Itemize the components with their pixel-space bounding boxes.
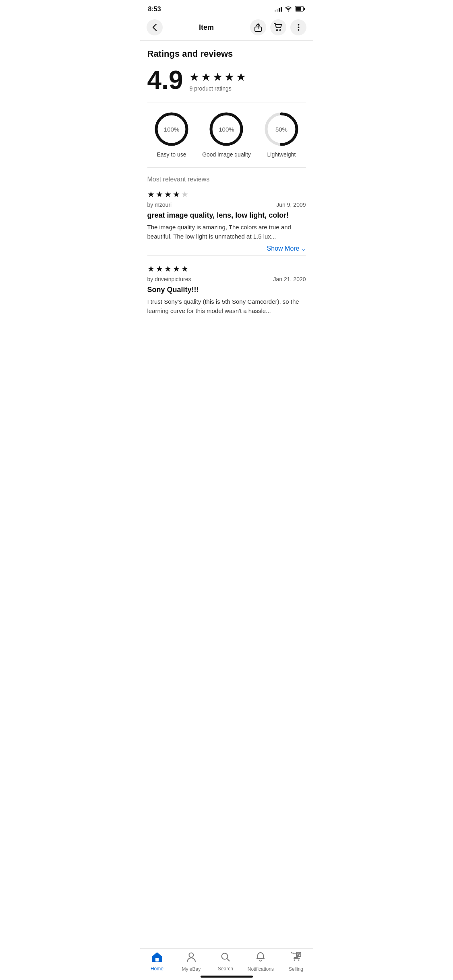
star-4: ★ (224, 70, 234, 84)
svg-point-8 (298, 29, 299, 31)
svg-point-7 (298, 27, 299, 28)
show-more-button-1[interactable]: Show More ⌄ (267, 245, 306, 252)
svg-point-19 (297, 953, 298, 955)
status-time: 8:53 (148, 6, 161, 13)
signal-icon (275, 7, 282, 12)
review-1-star-5: ★ (181, 189, 188, 199)
tab-myebay-label: My eBay (182, 966, 201, 972)
review-1-stars: ★ ★ ★ ★ ★ (147, 189, 306, 199)
review-card-1: ★ ★ ★ ★ ★ by mzouri Jun 9, 2009 great im… (147, 189, 306, 247)
attribute-easy-to-use: 100% Easy to use (153, 111, 190, 158)
rating-summary: 4.9 ★ ★ ★ ★ ★ 9 product ratings (147, 67, 306, 93)
battery-icon (295, 6, 305, 13)
review-2-star-2: ★ (156, 264, 163, 274)
wifi-icon (284, 6, 292, 13)
svg-point-16 (189, 953, 193, 957)
divider-2 (147, 167, 306, 168)
review-2-star-4: ★ (173, 264, 180, 274)
attribute-name-image-quality: Good image quality (202, 151, 251, 158)
overall-score: 4.9 (147, 67, 183, 93)
attribute-name-lightweight: Lightweight (267, 151, 296, 158)
review-1-date: Jun 9, 2009 (276, 202, 306, 208)
review-1-body: The image quality is amazing, The colors… (147, 223, 306, 241)
home-icon (152, 952, 162, 964)
review-2-date: Jan 21, 2020 (273, 276, 306, 282)
star-2: ★ (201, 70, 211, 84)
review-2-meta: by driveinpictures Jan 21, 2020 (147, 276, 306, 282)
search-icon (221, 952, 230, 964)
nav-actions (250, 19, 306, 35)
page-title: Item (199, 23, 214, 32)
tab-search-label: Search (218, 966, 233, 972)
review-divider (147, 255, 306, 256)
circle-lightweight: 50% (263, 111, 300, 147)
review-2-star-1: ★ (147, 264, 155, 274)
attribute-image-quality: 100% Good image quality (202, 111, 251, 158)
circle-image-quality: 100% (208, 111, 244, 147)
review-1-star-3: ★ (164, 189, 172, 199)
myebay-icon (187, 952, 196, 965)
circle-label-image-quality: 100% (219, 126, 234, 133)
star-3: ★ (213, 70, 223, 84)
tab-myebay[interactable]: My eBay (179, 952, 203, 972)
share-button[interactable] (250, 19, 266, 35)
review-2-star-5: ★ (181, 264, 188, 274)
star-1: ★ (189, 70, 199, 84)
back-button[interactable] (147, 19, 163, 35)
main-content: Ratings and reviews 4.9 ★ ★ ★ ★ ★ 9 prod… (140, 41, 313, 362)
star-5: ★ (236, 70, 246, 84)
reviews-section-label: Most relevant reviews (147, 176, 306, 183)
review-1-star-1: ★ (147, 189, 155, 199)
overall-stars: ★ ★ ★ ★ ★ (189, 70, 246, 84)
svg-point-4 (277, 30, 278, 31)
tab-selling-label: Selling (289, 966, 303, 972)
show-more-label-1: Show More (267, 245, 300, 252)
tab-home-label: Home (151, 966, 163, 972)
home-indicator (201, 976, 253, 978)
review-2-star-3: ★ (164, 264, 172, 274)
chevron-down-icon: ⌄ (301, 245, 306, 252)
review-1-meta: by mzouri Jun 9, 2009 (147, 202, 306, 208)
cart-button[interactable] (270, 19, 286, 35)
svg-rect-1 (295, 7, 301, 10)
tab-notifications-label: Notifications (248, 966, 274, 972)
review-1-star-2: ★ (156, 189, 163, 199)
svg-point-6 (298, 24, 299, 26)
status-bar: 8:53 (140, 0, 313, 16)
divider-1 (147, 103, 306, 103)
rating-right: ★ ★ ★ ★ ★ 9 product ratings (189, 67, 246, 92)
ratings-count: 9 product ratings (189, 85, 246, 92)
review-1-author: by mzouri (147, 202, 172, 208)
review-1-star-4: ★ (173, 189, 180, 199)
tab-selling[interactable]: Selling (284, 952, 308, 972)
circle-label-easy-to-use: 100% (164, 126, 179, 133)
attribute-lightweight: 50% Lightweight (263, 111, 300, 158)
tab-home[interactable]: Home (145, 952, 169, 972)
review-card-2: ★ ★ ★ ★ ★ by driveinpictures Jan 21, 202… (147, 264, 306, 322)
review-2-title: Sony Quality!!! (147, 286, 306, 294)
review-1-title: great image quality, lens, low light, co… (147, 211, 306, 220)
more-button[interactable] (290, 19, 306, 35)
status-icons (275, 6, 305, 13)
circle-label-lightweight: 50% (275, 126, 288, 133)
ratings-reviews-title: Ratings and reviews (147, 49, 306, 59)
attributes-row: 100% Easy to use 100% Good image quality (147, 111, 306, 158)
nav-header: Item (140, 16, 313, 41)
tab-search[interactable]: Search (213, 952, 238, 972)
notifications-icon (256, 952, 265, 965)
selling-icon (291, 952, 301, 965)
svg-rect-2 (304, 8, 305, 10)
review-2-body: I trust Sony's quality (this is 5th Sony… (147, 297, 306, 315)
attribute-name-easy-to-use: Easy to use (157, 151, 186, 158)
review-2-stars: ★ ★ ★ ★ ★ (147, 264, 306, 274)
review-2-author: by driveinpictures (147, 276, 191, 282)
svg-point-5 (280, 30, 281, 31)
circle-easy-to-use: 100% (153, 111, 190, 147)
svg-rect-15 (155, 958, 159, 961)
tab-notifications[interactable]: Notifications (248, 952, 274, 972)
